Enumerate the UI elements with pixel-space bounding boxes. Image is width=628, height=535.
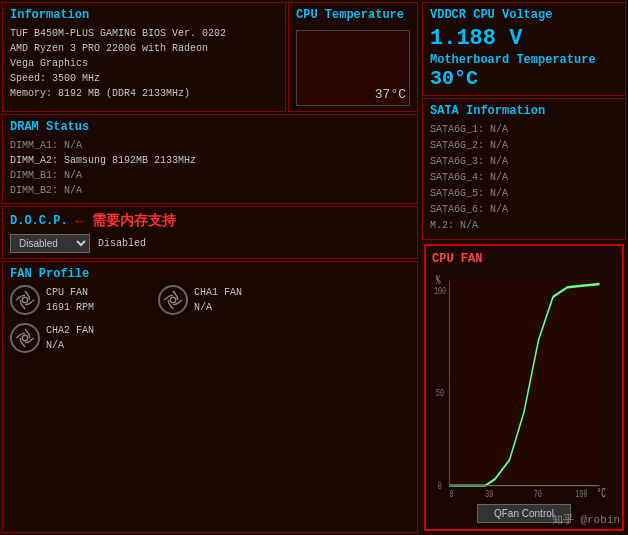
docp-value: Disabled [98, 238, 146, 249]
fan-title: FAN Profile [10, 267, 410, 281]
sata6g3: SATA6G_3: N/A [430, 154, 618, 170]
svg-text:50: 50 [436, 386, 444, 399]
docp-select[interactable]: Disabled Enabled [10, 234, 90, 253]
vddcr-value: 1.188 V [430, 26, 618, 51]
cpufan-chart-title: CPU FAN [432, 252, 616, 266]
dimm-b1: DIMM_B1: N/A [10, 168, 410, 183]
svg-text:°C: °C [597, 486, 606, 500]
board-info: TUF B450M-PLUS GAMING BIOS Ver. 0202 [10, 26, 278, 41]
svg-point-0 [22, 297, 28, 303]
cpu-fan-icon [10, 285, 40, 315]
sata6g4: SATA6G_4: N/A [430, 170, 618, 186]
info-title: Information [10, 8, 278, 22]
svg-point-2 [22, 335, 28, 341]
gpu-info: Vega Graphics [10, 56, 278, 71]
dimm-a2: DIMM_A2: Samsung 8192MB 2133MHz [10, 153, 410, 168]
cha2-fan-name: CHA2 FAN [46, 323, 94, 338]
sata-title: SATA Information [430, 104, 618, 118]
cpu-temp-title: CPU Temperature [296, 8, 410, 22]
cpu-temp-value: 37°C [375, 87, 406, 102]
dimm-b2: DIMM_B2: N/A [10, 183, 410, 198]
vddcr-title: VDDCR CPU Voltage [430, 8, 618, 22]
cha1-fan-item: CHA1 FAN N/A [158, 285, 298, 315]
svg-point-1 [170, 297, 176, 303]
cha1-fan-name: CHA1 FAN [194, 285, 242, 300]
cha1-fan-icon [158, 285, 188, 315]
cha1-fan-rpm: N/A [194, 300, 242, 315]
cpu-fan-item: CPU FAN 1691 RPM [10, 285, 150, 315]
speed-info: Speed: 3500 MHz [10, 71, 278, 86]
cpu-fan-rpm: 1691 RPM [46, 300, 94, 315]
memory-info: Memory: 8192 MB (DDR4 2133MHz) [10, 86, 278, 101]
docp-label: D.O.C.P. [10, 214, 68, 228]
cha2-fan-rpm: N/A [46, 338, 94, 353]
docp-arrow-icon: ← [76, 213, 84, 229]
svg-text:100: 100 [434, 284, 446, 297]
svg-text:70: 70 [534, 487, 542, 500]
mb-temp-title: Motherboard Temperature [430, 53, 618, 67]
dram-title: DRAM Status [10, 120, 410, 134]
svg-text:100: 100 [575, 487, 587, 500]
sata6g1: SATA6G_1: N/A [430, 122, 618, 138]
cpu-fan-name: CPU FAN [46, 285, 94, 300]
dimm-a1: DIMM_A1: N/A [10, 138, 410, 153]
cha2-fan-icon [10, 323, 40, 353]
cpu-info: AMD Ryzen 3 PRO 2200G with Radeon [10, 41, 278, 56]
svg-text:30: 30 [485, 487, 493, 500]
docp-note: 需要内存支持 [92, 212, 176, 230]
cpufan-chart-svg: % 100 50 0 0 30 70 100 °C [432, 268, 616, 500]
cha2-fan-item: CHA2 FAN N/A [10, 323, 150, 353]
m2: M.2: N/A [430, 218, 618, 234]
svg-text:0: 0 [449, 487, 453, 500]
mb-temp-value: 30°C [430, 67, 618, 90]
sata6g6: SATA6G_6: N/A [430, 202, 618, 218]
watermark: 知乎 @robin [552, 512, 620, 527]
svg-text:0: 0 [438, 479, 442, 492]
sata6g2: SATA6G_2: N/A [430, 138, 618, 154]
sata6g5: SATA6G_5: N/A [430, 186, 618, 202]
